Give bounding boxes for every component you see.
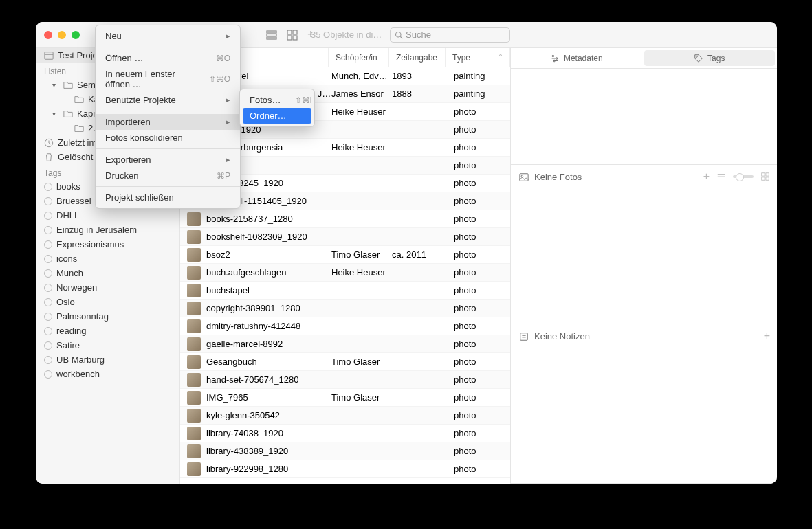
tag-color-icon xyxy=(44,284,52,292)
table-row[interactable]: hand-set-705674_1280photo xyxy=(180,371,510,389)
item-count: 35 Objekte in di… xyxy=(311,30,382,40)
menu-export[interactable]: Exportieren▸ xyxy=(96,152,240,168)
tag-color-icon xyxy=(44,341,52,350)
file-menu: Neu▸ Öffnen …⌘O In neuem Fenster öffnen … xyxy=(95,25,241,209)
table-row[interactable]: dmitry-ratushny-412448photo xyxy=(180,317,510,335)
sidebar-tag-item[interactable]: Einzug in Jerusalem xyxy=(36,223,179,237)
table-row[interactable]: bsoz2Timo Glaserca. 2011photo xyxy=(180,246,510,264)
thumbnail xyxy=(187,355,201,369)
table-row[interactable]: library-438389_1920photo xyxy=(180,442,510,460)
thumbnail xyxy=(187,337,201,351)
tag-color-icon xyxy=(44,298,52,306)
inspector: Metadaten Tags Keine Fotos + xyxy=(510,48,777,484)
table-row[interactable]: bookshelf-1082309_1920photo xyxy=(180,228,510,246)
minimize-button[interactable] xyxy=(58,31,66,39)
menu-open-new-window[interactable]: In neuem Fenster öffnen …⇧⌘O xyxy=(96,66,240,92)
menu-open[interactable]: Öffnen …⌘O xyxy=(96,50,240,66)
menu-close-project[interactable]: Projekt schließen xyxy=(96,190,240,205)
sliders-icon xyxy=(550,54,560,63)
thumbnail xyxy=(187,212,201,226)
folder-icon xyxy=(74,124,84,133)
tab-tags[interactable]: Tags xyxy=(644,50,776,66)
sidebar-tag-item[interactable]: Satire xyxy=(36,338,179,352)
svg-rect-24 xyxy=(766,177,769,180)
zoom-button[interactable] xyxy=(72,31,80,39)
thumbnail xyxy=(187,409,201,423)
list-view-icon[interactable] xyxy=(716,172,726,181)
svg-rect-22 xyxy=(766,173,769,176)
svg-rect-1 xyxy=(267,34,276,36)
sidebar-tag-item[interactable]: Munch xyxy=(36,266,179,280)
table-row[interactable]: gaelle-marcel-8992photo xyxy=(180,335,510,353)
sidebar-tag-item[interactable]: Oslo xyxy=(36,295,179,309)
tag-color-icon xyxy=(44,255,52,263)
thumbnail xyxy=(187,427,201,440)
search-icon xyxy=(395,31,403,39)
menu-new[interactable]: Neu▸ xyxy=(96,28,240,44)
svg-line-8 xyxy=(400,36,402,38)
table-row[interactable]: books-2158737_1280photo xyxy=(180,210,510,228)
thumbnail xyxy=(187,230,201,244)
sidebar-tag-item[interactable]: workbench xyxy=(36,367,179,381)
thumbnail xyxy=(187,319,201,333)
thumbnail xyxy=(187,266,201,280)
thumbnail xyxy=(187,444,201,458)
sidebar-tag-item[interactable]: DHLL xyxy=(36,208,179,223)
menu-print[interactable]: Drucken⌘P xyxy=(96,168,240,183)
grid-icon xyxy=(287,30,298,41)
tag-color-icon xyxy=(44,197,52,205)
svg-rect-6 xyxy=(293,36,297,40)
svg-rect-2 xyxy=(267,37,276,39)
tag-color-icon xyxy=(44,269,52,278)
svg-point-17 xyxy=(521,175,523,177)
tag-color-icon xyxy=(44,212,52,220)
col-creator[interactable]: Schöpfer/in xyxy=(329,48,389,67)
tag-color-icon xyxy=(44,183,52,191)
table-row[interactable]: IMG_7965Timo Glaserphoto xyxy=(180,389,510,407)
table-row[interactable]: buch.aufgeschlagenHeike Heuserphoto xyxy=(180,264,510,282)
tab-metadata[interactable]: Metadaten xyxy=(511,48,642,68)
sidebar-tag-item[interactable]: reading xyxy=(36,324,179,338)
col-date[interactable]: Zeitangabe xyxy=(389,48,446,67)
submenu-photos[interactable]: Fotos…⇧⌘I xyxy=(240,92,314,108)
sidebar-tag-item[interactable]: Palmsonntag xyxy=(36,309,179,324)
table-row[interactable]: kyle-glenn-350542photo xyxy=(180,407,510,425)
menu-import[interactable]: Importieren▸ xyxy=(96,114,240,130)
table-row[interactable]: library-74038_1920photo xyxy=(180,425,510,442)
folder-icon xyxy=(63,80,73,90)
add-photo-button[interactable]: + xyxy=(703,170,710,183)
menu-consolidate[interactable]: Fotos konsolidieren xyxy=(96,130,240,146)
sidebar-tag-item[interactable]: Norwegen xyxy=(36,280,179,295)
view-mode-buttons[interactable]: + xyxy=(266,27,315,42)
image-icon xyxy=(519,172,529,182)
sidebar-tag-item[interactable]: UB Marburg xyxy=(36,352,179,367)
table-row[interactable]: copyright-389901_1280photo xyxy=(180,300,510,317)
clock-icon xyxy=(44,138,54,148)
add-note-button[interactable]: + xyxy=(764,330,770,342)
close-button[interactable] xyxy=(44,31,52,39)
table-row[interactable]: library-922998_1280photo xyxy=(180,460,510,478)
thumbnail xyxy=(187,373,201,387)
trash-icon xyxy=(44,153,54,162)
sidebar-tag-item[interactable]: Expressionismus xyxy=(36,237,179,251)
table-row[interactable]: GesangbuchTimo Glaserphoto xyxy=(180,353,510,371)
col-type[interactable]: Type˄ xyxy=(446,48,510,67)
svg-rect-9 xyxy=(45,52,53,59)
notes-panel: Keine Notizen + xyxy=(511,324,777,484)
svg-rect-16 xyxy=(520,173,528,181)
folder-icon xyxy=(63,109,73,119)
tag-color-icon xyxy=(44,226,52,234)
svg-rect-3 xyxy=(287,30,292,34)
svg-rect-21 xyxy=(762,173,765,176)
tag-color-icon xyxy=(44,313,52,321)
table-row[interactable]: buchstapelphoto xyxy=(180,282,510,300)
search-input[interactable]: Suche xyxy=(390,27,510,43)
menu-recent-projects[interactable]: Benutzte Projekte▸ xyxy=(96,92,240,108)
svg-point-7 xyxy=(396,32,402,37)
list-icon xyxy=(266,30,277,41)
thumb-size-slider[interactable] xyxy=(733,175,754,178)
tag-icon xyxy=(694,54,703,63)
sidebar-tag-item[interactable]: icons xyxy=(36,251,179,266)
submenu-folder[interactable]: Ordner… xyxy=(243,108,311,124)
grid-view-icon[interactable] xyxy=(760,172,770,181)
